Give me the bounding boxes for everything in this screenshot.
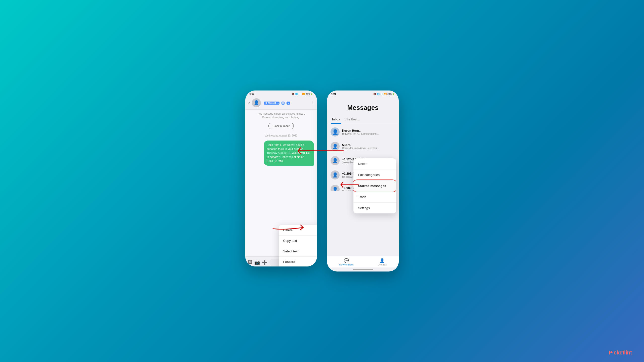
r-battery-text: 23%🔋 <box>387 93 395 95</box>
tab-inbox[interactable]: Inbox <box>331 116 341 124</box>
message-link[interactable]: Tuesday August 16 <box>267 151 290 154</box>
list-item-58875[interactable]: 👤 58875 Reminder from Alexa, Jereman... <box>327 139 399 154</box>
avatar-201: 👤 <box>331 170 340 179</box>
chat-header: ‹ 👤 +1 833-611-... B ⌄ ⋮ <box>245 96 317 110</box>
nav-contacts[interactable]: 👤 Contacts <box>378 258 387 266</box>
bottom-nav: 💬 Conversations 👤 Contacts <box>327 256 399 267</box>
right-context-menu: Delete Edit categories Starred messages … <box>353 158 396 213</box>
list-text-58875: 58875 Reminder from Alexa, Jereman... <box>342 143 395 150</box>
context-delete[interactable]: Delete <box>279 225 317 236</box>
left-time: 4:01 <box>249 93 254 95</box>
r-context-categories[interactable]: Edit categories <box>353 169 396 180</box>
conversations-label: Conversations <box>339 263 354 266</box>
battery-text: 23%🔋 <box>306 93 313 95</box>
header-icons: ⋮ <box>310 101 314 105</box>
context-forward[interactable]: Forward <box>279 257 317 266</box>
starred-messages-label: Starred messages <box>358 184 386 188</box>
right-status-icons: 🔇 🌐 🕐 📶 23%🔋 <box>373 93 395 95</box>
contact-avatar: 👤 <box>252 98 261 107</box>
context-select[interactable]: Select text <box>279 246 317 257</box>
nav-conversations[interactable]: 💬 Conversations <box>339 258 354 266</box>
messages-title: Messages <box>327 96 399 116</box>
left-phone: 4:01 🔇 🌐 🕐 📶 23%🔋 ‹ 👤 +1 833-611-... B ⌄… <box>245 90 317 266</box>
wifi-icon: 🌐 <box>295 93 298 95</box>
list-name-58875: 58875 <box>342 143 395 147</box>
r-context-delete[interactable]: Delete <box>353 158 396 169</box>
message-bubble: Hello from LFA! We will have a donation … <box>264 141 314 166</box>
contact-number: +1 833-611-... <box>264 102 279 105</box>
pocketlint-p: P <box>609 349 612 356</box>
signal-icon: 📶 <box>302 93 305 95</box>
pocketlint-name: cketlint <box>614 349 632 356</box>
camera-icon[interactable]: 📷 <box>254 260 260 265</box>
contacts-label: Contacts <box>378 263 387 266</box>
left-status-bar: 4:01 🔇 🌐 🕐 📶 23%🔋 <box>245 90 317 96</box>
list-item-kevin[interactable]: 👤 Keven Hern... Hi Kevin, I'm n... Samsu… <box>327 125 399 139</box>
chevron-down-icon[interactable]: ⌄ <box>287 102 290 105</box>
kevin-avatar-icon: 👤 <box>332 129 338 135</box>
right-time: 4:01 <box>331 93 336 95</box>
r-volume-icon: 🔇 <box>373 93 376 95</box>
r-wifi-icon: 🌐 <box>377 93 380 95</box>
context-menu-left: Delete Copy text Select text Forward Sha… <box>279 225 317 266</box>
clock-icon: 🕐 <box>299 93 301 95</box>
r-clock-icon: 🕐 <box>380 93 383 95</box>
list-preview-58875: Reminder from Alexa, Jereman... <box>342 147 395 150</box>
home-indicator-right <box>353 269 373 270</box>
r-context-settings[interactable]: Settings <box>353 203 396 213</box>
right-status-bar: 4:01 🔇 🌐 🕐 📶 23%🔋 <box>327 90 399 96</box>
phones-container: 4:01 🔇 🌐 🕐 📶 23%🔋 ‹ 👤 +1 833-611-... B ⌄… <box>245 90 399 272</box>
r-signal-icon: 📶 <box>384 93 387 95</box>
avatar-989: 👤 <box>331 185 340 191</box>
contact-badge[interactable]: B <box>281 102 285 105</box>
avatar-520: 👤 <box>331 156 340 165</box>
conversations-icon: 💬 <box>344 258 349 263</box>
avatar-kevin: 👤 <box>331 127 340 137</box>
contact-name-container: +1 833-611-... B ⌄ <box>263 101 308 105</box>
list-preview-kevin: Hi Kevin, I'm n... Samsung pho... <box>342 132 395 135</box>
context-copy[interactable]: Copy text <box>279 236 317 246</box>
tab-best[interactable]: The Best... <box>344 116 361 124</box>
unsaved-text: This message is from an unsaved number. <box>248 112 314 116</box>
right-phone: 4:01 🔇 🌐 🕐 📶 23%🔋 Messages Inbox The Bes… <box>327 90 399 272</box>
back-button[interactable]: ‹ <box>248 100 250 106</box>
more-options-icon[interactable]: ⋮ <box>310 101 314 105</box>
r-context-trash[interactable]: Trash <box>353 192 396 203</box>
left-status-icons: 🔇 🌐 🕐 📶 23%🔋 <box>292 93 313 95</box>
list-text-kevin: Keven Hern... Hi Kevin, I'm n... Samsung… <box>342 129 395 135</box>
unsaved-notice: This message is from an unsaved number. … <box>248 112 314 119</box>
chat-body: This message is from an unsaved number. … <box>245 110 317 256</box>
contacts-icon: 👤 <box>380 258 385 263</box>
volume-icon: 🔇 <box>292 93 294 95</box>
avatar-icon: 👤 <box>254 100 259 106</box>
date-divider: Wednesday, August 10, 2022 <box>248 134 314 137</box>
pocketlint-logo: P·cketlint <box>609 349 632 356</box>
avatar-58875: 👤 <box>331 142 340 151</box>
phishing-text: Beware of smishing and phishing. <box>248 116 314 119</box>
r-context-starred[interactable]: Starred messages <box>353 180 396 192</box>
gallery-icon[interactable]: 🖼 <box>248 260 252 265</box>
attach-icon[interactable]: ➕ <box>262 260 267 265</box>
tabs-row: Inbox The Best... <box>327 116 399 124</box>
block-number-button[interactable]: Block number <box>268 123 294 129</box>
list-name-kevin: Keven Hern... <box>342 129 395 132</box>
